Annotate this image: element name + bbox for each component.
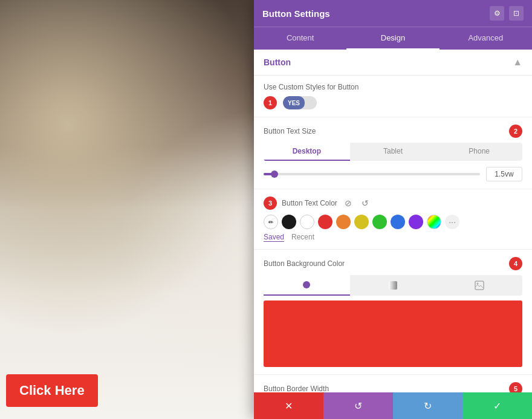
- badge-1: 1: [264, 96, 277, 109]
- section-collapse-icon[interactable]: ▲: [513, 57, 522, 68]
- color-swatch-green[interactable]: [372, 215, 387, 229]
- color-swatch-yellow[interactable]: [354, 215, 369, 229]
- eyedropper-icon[interactable]: ⊘: [342, 197, 354, 209]
- color-swatch-black[interactable]: [282, 215, 296, 229]
- svg-rect-2: [475, 281, 484, 290]
- panel-expand-icon[interactable]: ⊡: [509, 6, 524, 21]
- tab-advanced[interactable]: Advanced: [440, 27, 532, 50]
- border-width-label: Button Border Width: [264, 385, 329, 392]
- badge-2: 2: [509, 125, 522, 138]
- text-size-slider-row: 1.5vw: [264, 167, 522, 181]
- section-button-header: Button ▲: [254, 50, 532, 76]
- redo-icon: ↻: [424, 400, 432, 412]
- svg-point-3: [476, 283, 478, 285]
- custom-styles-label: Use Custom Styles for Button: [264, 83, 522, 91]
- panel-content: Button ▲ Use Custom Styles for Button 1 …: [254, 50, 532, 392]
- bg-color-label: Button Background Color: [264, 259, 345, 268]
- color-tab-saved[interactable]: Saved: [264, 233, 284, 242]
- color-more-btn[interactable]: ···: [445, 215, 459, 229]
- toggle-row: 1 YES: [264, 96, 522, 109]
- subtab-phone[interactable]: Phone: [436, 143, 522, 161]
- color-swatches: ✏ ···: [264, 215, 522, 229]
- section-title: Button: [264, 57, 291, 67]
- color-swatch-orange[interactable]: [336, 215, 351, 229]
- click-here-button[interactable]: Click Here: [6, 374, 98, 407]
- text-size-slider-thumb[interactable]: [271, 171, 278, 178]
- text-color-label-row: 3 Button Text Color ⊘ ↺: [264, 197, 522, 210]
- color-swatch-white[interactable]: [300, 215, 314, 229]
- footer-cancel-button[interactable]: ✕: [254, 392, 323, 419]
- color-swatch-blue[interactable]: [391, 215, 405, 229]
- text-color-row: 3 Button Text Color ⊘ ↺ ✏ ··· Saved: [254, 189, 532, 250]
- image-icon: [475, 281, 484, 290]
- footer-undo-button[interactable]: ↺: [323, 392, 393, 419]
- color-swatch-purple[interactable]: [409, 215, 423, 229]
- panel-title: Button Settings: [262, 8, 330, 19]
- solid-icon: [302, 280, 311, 290]
- panel-settings-icon[interactable]: ⚙: [490, 6, 504, 21]
- confirm-icon: ✓: [493, 400, 501, 412]
- panel-header-icons: ⚙ ⊡: [490, 6, 524, 21]
- badge-4: 4: [509, 257, 522, 270]
- settings-panel: Button Settings ⚙ ⊡ Content Design Advan…: [254, 0, 532, 419]
- panel-tabs: Content Design Advanced: [254, 27, 532, 50]
- custom-styles-toggle[interactable]: YES: [283, 96, 317, 109]
- bg-tab-gradient[interactable]: [350, 275, 436, 296]
- size-subtabs: Desktop Tablet Phone: [264, 143, 522, 161]
- text-color-label: Button Text Color: [282, 199, 337, 207]
- toggle-no-area: [305, 96, 317, 109]
- badge-3: 3: [264, 197, 277, 210]
- tab-design[interactable]: Design: [346, 27, 439, 50]
- badge-5: 5: [509, 382, 522, 392]
- svg-rect-1: [389, 281, 397, 290]
- subtab-desktop[interactable]: Desktop: [264, 143, 350, 161]
- text-size-value[interactable]: 1.5vw: [486, 167, 522, 181]
- color-tab-recent[interactable]: Recent: [291, 233, 314, 242]
- reset-color-icon[interactable]: ↺: [359, 197, 371, 209]
- subtab-tablet[interactable]: Tablet: [350, 143, 436, 161]
- svg-point-0: [303, 281, 310, 288]
- text-size-slider-track[interactable]: [264, 173, 480, 175]
- text-size-label: Button Text Size: [264, 127, 316, 135]
- cancel-icon: ✕: [285, 400, 293, 412]
- bg-color-section: Button Background Color 4: [254, 250, 532, 375]
- border-width-row: Button Border Width 5 0px: [254, 375, 532, 392]
- toggle-yes-label: YES: [283, 96, 305, 109]
- bg-color-preview[interactable]: [264, 300, 522, 367]
- color-swatch-red[interactable]: [318, 215, 332, 229]
- bg-tab-image[interactable]: [436, 275, 522, 296]
- panel-header: Button Settings ⚙ ⊡: [254, 0, 532, 27]
- text-size-row: Button Text Size 2 Desktop Tablet Phone …: [254, 117, 532, 189]
- gradient-icon: [388, 281, 398, 290]
- color-saved-tabs: Saved Recent: [264, 233, 522, 242]
- footer-redo-button[interactable]: ↻: [393, 392, 462, 419]
- custom-styles-row: Use Custom Styles for Button 1 YES: [254, 76, 532, 117]
- color-swatch-gradient[interactable]: [427, 215, 441, 229]
- tab-content[interactable]: Content: [254, 27, 346, 50]
- panel-footer: ✕ ↺ ↻ ✓: [254, 392, 532, 419]
- footer-confirm-button[interactable]: ✓: [462, 392, 532, 419]
- color-swatch-eyedropper[interactable]: ✏: [264, 215, 278, 229]
- bg-sub-tabs: [264, 275, 522, 296]
- bg-tab-solid[interactable]: [264, 275, 350, 296]
- undo-icon: ↺: [354, 400, 362, 412]
